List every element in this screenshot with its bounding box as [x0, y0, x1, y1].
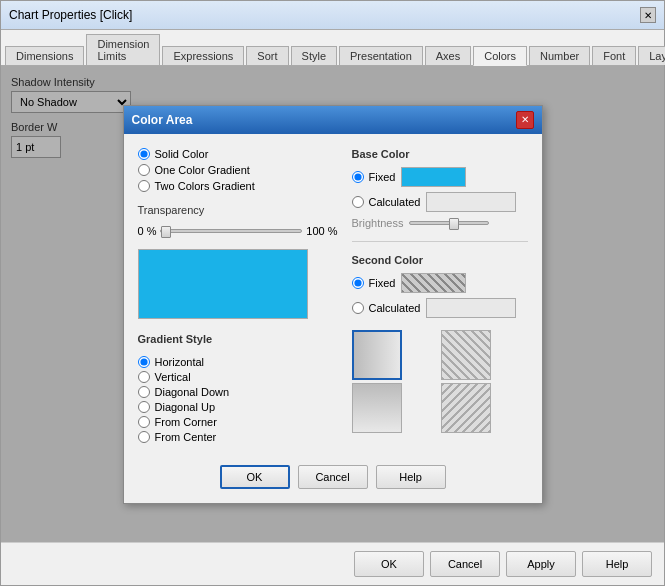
- one-color-gradient-radio-item[interactable]: One Color Gradient: [138, 164, 338, 176]
- diagonal-down-radio-item[interactable]: Diagonal Down: [138, 386, 338, 398]
- brightness-slider[interactable]: [409, 221, 489, 225]
- help-button[interactable]: Help: [582, 551, 652, 577]
- window-title: Chart Properties [Click]: [9, 8, 132, 22]
- vertical-radio-item[interactable]: Vertical: [138, 371, 338, 383]
- transparency-row: 0 % 100 %: [138, 225, 338, 237]
- base-calculated-radio[interactable]: [352, 196, 364, 208]
- modal-overlay: Color Area ✕ Solid Color: [1, 66, 664, 542]
- second-color-title: Second Color: [352, 254, 528, 266]
- dialog-title: Color Area: [132, 113, 193, 127]
- dialog-body: Solid Color One Color Gradient Two Color…: [124, 134, 542, 457]
- diagonal-down-label: Diagonal Down: [155, 386, 230, 398]
- brightness-label: Brightness: [352, 217, 404, 229]
- divider: [352, 241, 528, 242]
- brightness-row: Brightness: [352, 217, 528, 229]
- diagonal-up-label: Diagonal Up: [155, 401, 216, 413]
- color-type-radio-group: Solid Color One Color Gradient Two Color…: [138, 148, 338, 192]
- dialog-cancel-button[interactable]: Cancel: [298, 465, 368, 489]
- gradient-style-radio-group: Horizontal Vertical Diagonal Down: [138, 356, 338, 443]
- gradient-cell-1[interactable]: [352, 330, 402, 380]
- tab-number[interactable]: Number: [529, 46, 590, 65]
- dialog-ok-button[interactable]: OK: [220, 465, 290, 489]
- gradient-cell-3[interactable]: [352, 383, 402, 433]
- transparency-slider[interactable]: [160, 229, 302, 233]
- base-calculated-radio-item[interactable]: Calculated: [352, 196, 421, 208]
- dialog-title-bar: Color Area ✕: [124, 106, 542, 134]
- base-color-calculated-row: Calculated: [352, 192, 528, 212]
- two-colors-gradient-radio[interactable]: [138, 180, 150, 192]
- horizontal-label: Horizontal: [155, 356, 205, 368]
- title-bar: Chart Properties [Click] ✕: [1, 1, 664, 30]
- second-calculated-label: Calculated: [369, 302, 421, 314]
- horizontal-radio-item[interactable]: Horizontal: [138, 356, 338, 368]
- second-fixed-radio-item[interactable]: Fixed: [352, 277, 396, 289]
- transparency-max-label: 100 %: [306, 225, 337, 237]
- main-content: Shadow Intensity No Shadow Light Shadow …: [1, 66, 664, 542]
- second-fixed-label: Fixed: [369, 277, 396, 289]
- from-corner-radio[interactable]: [138, 416, 150, 428]
- vertical-radio[interactable]: [138, 371, 150, 383]
- base-fixed-radio[interactable]: [352, 171, 364, 183]
- close-button[interactable]: ✕: [640, 7, 656, 23]
- tab-dimension-limits[interactable]: Dimension Limits: [86, 34, 160, 65]
- from-center-radio[interactable]: [138, 431, 150, 443]
- ok-button[interactable]: OK: [354, 551, 424, 577]
- from-corner-radio-item[interactable]: From Corner: [138, 416, 338, 428]
- bottom-bar: OK Cancel Apply Help: [1, 542, 664, 585]
- vertical-label: Vertical: [155, 371, 191, 383]
- one-color-gradient-radio[interactable]: [138, 164, 150, 176]
- one-color-gradient-label: One Color Gradient: [155, 164, 250, 176]
- solid-color-label: Solid Color: [155, 148, 209, 160]
- apply-button[interactable]: Apply: [506, 551, 576, 577]
- second-calculated-input[interactable]: [426, 298, 516, 318]
- base-calculated-label: Calculated: [369, 196, 421, 208]
- dialog-right-column: Base Color Fixed: [352, 148, 528, 443]
- tab-dimensions[interactable]: Dimensions: [5, 46, 84, 65]
- tab-sort[interactable]: Sort: [246, 46, 288, 65]
- diagonal-down-radio[interactable]: [138, 386, 150, 398]
- base-color-section: Base Color Fixed: [352, 148, 528, 229]
- diagonal-up-radio[interactable]: [138, 401, 150, 413]
- dialog-button-row: OK Cancel Help: [124, 457, 542, 503]
- base-fixed-radio-item[interactable]: Fixed: [352, 171, 396, 183]
- tab-font[interactable]: Font: [592, 46, 636, 65]
- base-color-fixed-row: Fixed: [352, 167, 528, 187]
- gradient-style-grid: [352, 330, 528, 433]
- solid-color-radio[interactable]: [138, 148, 150, 160]
- dialog-help-button[interactable]: Help: [376, 465, 446, 489]
- base-calculated-input[interactable]: [426, 192, 516, 212]
- tab-style[interactable]: Style: [291, 46, 337, 65]
- diagonal-up-radio-item[interactable]: Diagonal Up: [138, 401, 338, 413]
- cancel-button[interactable]: Cancel: [430, 551, 500, 577]
- tab-presentation[interactable]: Presentation: [339, 46, 423, 65]
- brightness-thumb: [449, 218, 459, 230]
- tab-axes[interactable]: Axes: [425, 46, 471, 65]
- solid-color-radio-item[interactable]: Solid Color: [138, 148, 338, 160]
- from-center-radio-item[interactable]: From Center: [138, 431, 338, 443]
- second-calculated-radio[interactable]: [352, 302, 364, 314]
- main-window: Chart Properties [Click] ✕ Dimensions Di…: [0, 0, 665, 586]
- dialog-close-button[interactable]: ✕: [516, 111, 534, 129]
- gradient-cell-2[interactable]: [441, 330, 491, 380]
- color-area-dialog: Color Area ✕ Solid Color: [123, 105, 543, 504]
- second-fixed-radio[interactable]: [352, 277, 364, 289]
- second-color-swatch[interactable]: [401, 273, 466, 293]
- horizontal-radio[interactable]: [138, 356, 150, 368]
- base-color-swatch[interactable]: [401, 167, 466, 187]
- gradient-style-label: Gradient Style: [138, 333, 338, 345]
- tab-layout[interactable]: Layout: [638, 46, 665, 65]
- gradient-cell-4[interactable]: [441, 383, 491, 433]
- from-corner-label: From Corner: [155, 416, 217, 428]
- transparency-min-label: 0 %: [138, 225, 157, 237]
- two-colors-gradient-radio-item[interactable]: Two Colors Gradient: [138, 180, 338, 192]
- base-color-title: Base Color: [352, 148, 528, 160]
- tab-colors[interactable]: Colors: [473, 46, 527, 66]
- two-colors-gradient-label: Two Colors Gradient: [155, 180, 255, 192]
- second-color-section: Second Color Fixed: [352, 254, 528, 318]
- transparency-slider-thumb: [161, 226, 171, 238]
- second-calculated-radio-item[interactable]: Calculated: [352, 302, 421, 314]
- base-fixed-label: Fixed: [369, 171, 396, 183]
- tab-expressions[interactable]: Expressions: [162, 46, 244, 65]
- second-color-fixed-row: Fixed: [352, 273, 528, 293]
- tab-bar: Dimensions Dimension Limits Expressions …: [1, 30, 664, 66]
